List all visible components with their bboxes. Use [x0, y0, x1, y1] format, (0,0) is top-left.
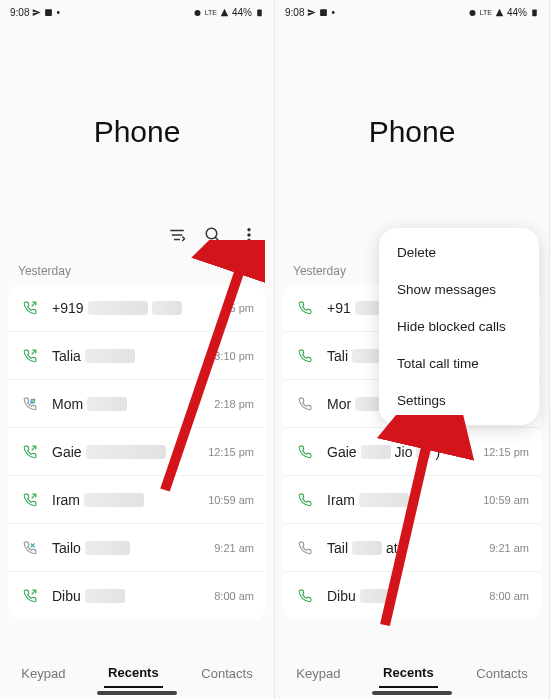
call-row[interactable]: Iram 10:59 am [283, 476, 541, 524]
svg-rect-22 [532, 9, 537, 16]
status-time: 9:08 [10, 7, 29, 18]
outgoing-call-icon [295, 493, 315, 507]
battery-icon [255, 8, 264, 17]
call-name: Dibu [52, 588, 81, 604]
nav-contacts[interactable]: Contacts [472, 660, 531, 687]
status-net: LTE [205, 9, 217, 16]
filter-button[interactable] [168, 226, 186, 244]
svg-point-21 [469, 9, 475, 15]
alarm-icon [193, 8, 202, 17]
outgoing-call-icon [20, 301, 40, 315]
status-time: 9:08 [285, 7, 304, 18]
call-name: Mom [52, 396, 83, 412]
left-screenshot: 9:08 • LTE 44% Phone Yesterday +919 [0, 0, 275, 699]
outgoing-call-icon [295, 445, 315, 459]
page-title: Phone [275, 115, 549, 149]
svg-rect-0 [46, 9, 53, 16]
nav-keypad[interactable]: Keypad [17, 660, 69, 687]
outgoing-call-icon [295, 349, 315, 363]
menu-delete[interactable]: Delete [379, 234, 539, 271]
send-icon [32, 8, 41, 17]
call-time: 12:15 pm [208, 446, 254, 458]
filter-icon [168, 226, 186, 244]
search-button[interactable] [204, 226, 222, 244]
svg-line-15 [32, 494, 36, 498]
home-indicator[interactable] [372, 691, 452, 695]
call-name: Tail [327, 540, 348, 556]
call-extra: Jio [395, 444, 413, 460]
call-list: +919 55 pm Talia 3:10 pm Mom 2:18 pm Gai… [8, 284, 266, 620]
call-name: +919 [52, 300, 84, 316]
outgoing-call-icon [20, 493, 40, 507]
outgoing-call-icon [20, 445, 40, 459]
call-time: 10:59 am [208, 494, 254, 506]
call-time: 9:21 am [489, 542, 529, 554]
more-button[interactable] [240, 226, 258, 244]
call-row[interactable]: Tailat 9:21 am [283, 524, 541, 572]
call-time: 3:10 pm [214, 350, 254, 362]
call-row[interactable]: Tailo 9:21 am [8, 524, 266, 572]
call-name: Gaie [52, 444, 82, 460]
call-row[interactable]: Talia 3:10 pm [8, 332, 266, 380]
menu-show-messages[interactable]: Show messages [379, 271, 539, 308]
call-name: +91 [327, 300, 351, 316]
call-time: 8:00 am [214, 590, 254, 602]
send-icon [307, 8, 316, 17]
call-name: Dibu [327, 588, 356, 604]
call-time: 10:59 am [483, 494, 529, 506]
nav-recents[interactable]: Recents [379, 659, 438, 688]
page-title: Phone [0, 115, 274, 149]
outgoing-call-icon [295, 589, 315, 603]
outgoing-call-icon [20, 589, 40, 603]
call-row[interactable]: Iram 10:59 am [8, 476, 266, 524]
status-net: LTE [480, 9, 492, 16]
call-row[interactable]: GaieJio) 12:15 pm [283, 428, 541, 476]
inout-call-icon [20, 397, 40, 411]
nav-keypad[interactable]: Keypad [292, 660, 344, 687]
call-time: 9:21 am [214, 542, 254, 554]
inout-call-icon [295, 541, 315, 555]
svg-point-6 [206, 228, 217, 239]
menu-hide-blocked[interactable]: Hide blocked calls [379, 308, 539, 345]
svg-point-1 [194, 9, 200, 15]
call-row[interactable]: Dibu 8:00 am [283, 572, 541, 620]
image-icon [319, 8, 328, 17]
image-icon [44, 8, 53, 17]
svg-point-8 [248, 228, 251, 231]
call-name: Tali [327, 348, 348, 364]
signal-icon [495, 8, 504, 17]
svg-line-14 [32, 446, 36, 450]
alarm-icon [468, 8, 477, 17]
call-time: 55 pm [223, 302, 254, 314]
svg-line-7 [215, 237, 220, 242]
call-row[interactable]: Mom 2:18 pm [8, 380, 266, 428]
svg-point-9 [248, 234, 251, 237]
svg-line-18 [32, 590, 36, 594]
nav-recents[interactable]: Recents [104, 659, 163, 688]
more-vertical-icon [240, 226, 258, 244]
battery-icon [530, 8, 539, 17]
overflow-menu: Delete Show messages Hide blocked calls … [379, 228, 539, 425]
close-paren: ) [435, 444, 440, 460]
call-row[interactable]: +919 55 pm [8, 284, 266, 332]
section-label: Yesterday [0, 256, 274, 284]
menu-settings[interactable]: Settings [379, 382, 539, 419]
svg-point-10 [248, 239, 251, 242]
menu-total-call-time[interactable]: Total call time [379, 345, 539, 382]
bottom-nav: Keypad Recents Contacts [0, 647, 274, 699]
call-time: 8:00 am [489, 590, 529, 602]
svg-rect-20 [321, 9, 328, 16]
call-name: Iram [327, 492, 355, 508]
call-row[interactable]: Dibu 8:00 am [8, 572, 266, 620]
call-name: Talia [52, 348, 81, 364]
right-screenshot: 9:08 • LTE 44% Phone Yesterday +91 Tali [275, 0, 550, 699]
bottom-nav: Keypad Recents Contacts [275, 647, 549, 699]
search-icon [204, 226, 222, 244]
call-name: Mor [327, 396, 351, 412]
nav-contacts[interactable]: Contacts [197, 660, 256, 687]
svg-line-12 [32, 350, 36, 354]
inout-call-icon [20, 541, 40, 555]
toolbar [0, 224, 274, 256]
home-indicator[interactable] [97, 691, 177, 695]
call-row[interactable]: Gaie 12:15 pm [8, 428, 266, 476]
